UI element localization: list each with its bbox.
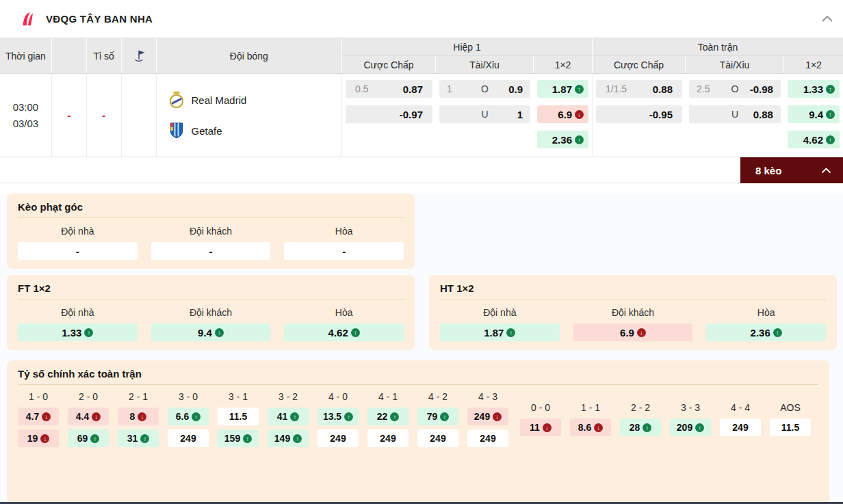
score-odds-cell[interactable]: 31↑ [118,429,159,447]
score-column: 0 - 0 11↓ [520,401,561,447]
ht-away-odds[interactable]: 6.9↓ [573,323,693,341]
trend-up-icon: ↑ [773,328,782,337]
group-header-first-half: Hiệp 1 Cược Chấp Tài/Xỉu 1×2 [342,38,593,73]
handicap-line: 0.5 [355,83,368,94]
ht-home-odds[interactable]: 1.87↑ [440,323,560,341]
real-madrid-logo [168,91,185,109]
score-odds-cell[interactable]: 249 [467,429,508,447]
odds-1x2-draw[interactable]: 4.62↑ [788,131,840,148]
score-odds-cell[interactable]: 249 [317,429,359,447]
ft-home-odds[interactable]: 1.33↑ [18,323,138,341]
score-odds-cell[interactable]: 8.6↓ [570,419,611,436]
trend-up-icon: ↑ [826,110,835,119]
score-label: 3 - 2 [268,390,309,403]
away-header: Đội khách [151,226,271,237]
odds-value: 6.6 [176,411,189,422]
score-label: 0 - 0 [520,401,561,414]
odds-value: - [342,246,346,257]
score-column: 2 - 1 8↓ 31↑ [118,390,159,447]
trend-up-icon: ↑ [90,434,99,443]
corner-flag-icon [122,38,157,73]
over-odds[interactable]: 2.5 O -0.98 [689,80,781,98]
trend-down-icon: ↓ [40,434,49,443]
odds-value: - [76,246,79,257]
under-odds[interactable]: U 0.88 [689,105,781,123]
home-header: Đội nhà [18,307,138,318]
handicap-odds[interactable]: -0.95 [596,105,682,123]
score-odds-cell[interactable]: 79↑ [417,408,458,425]
odds-value: 6.9 [558,109,572,120]
odds-value: 249 [180,433,196,444]
score-odds-cell[interactable]: 6.6↑ [168,408,209,425]
score-odds-cell[interactable]: 41↑ [268,408,309,425]
odds-1x2-home[interactable]: 1.87↑ [537,80,588,98]
corner-odds-panel: Kèo phạt góc Đội nhà - Đội khách - Hòa - [7,194,415,269]
score-odds-cell[interactable]: 249 [168,429,209,447]
group-header-full-match: Toàn trận Cược Chấp Tài/Xỉu 1×2 [593,38,843,73]
ht-draw-odds[interactable]: 2.36↑ [706,323,826,341]
corner-draw-odds[interactable]: - [284,242,404,260]
ht-1x2-panel: HT 1×2 Đội nhà 1.87↑ Đội khách 6.9↓ Hòa … [429,275,837,350]
score-odds-cell[interactable]: 11.5 [770,419,811,436]
handicap-odds[interactable]: 1/1.5 0.88 [596,80,682,98]
odds-1x2-home[interactable]: 1.33↑ [788,80,840,98]
score-odds-cell[interactable]: 28↑ [620,419,661,436]
home-header: Đội nhà [18,226,138,237]
corner-home-odds[interactable]: - [18,242,138,260]
corner-away-odds[interactable]: - [151,242,271,260]
trend-down-icon: ↓ [42,412,51,421]
score-odds-cell[interactable]: 11.5 [218,408,259,425]
score-odds-cell[interactable]: 249 [417,429,458,447]
score-column: 4 - 1 22↑ 249 [367,390,408,447]
under-odds[interactable]: U 1 [439,105,530,123]
ft-draw-odds[interactable]: 4.62↑ [284,323,404,341]
trend-up-icon: ↑ [506,328,515,337]
odds-1x2-draw[interactable]: 2.36↑ [537,131,588,148]
trend-up-icon: ↑ [192,412,200,421]
score-odds-cell[interactable]: 249 [367,429,408,447]
score-odds-cell[interactable]: 19↓ [18,429,59,447]
trend-down-icon: ↓ [637,328,646,337]
score-label: 1 - 0 [18,390,59,403]
score-odds-cell[interactable]: 209↑ [670,419,711,436]
over-odds[interactable]: 1 O 0.9 [439,80,530,98]
trend-down-icon: ↓ [92,412,101,421]
score-odds-cell[interactable]: 22↑ [367,408,408,425]
score-column: AOS 11.5 [770,401,811,447]
score-odds-cell[interactable]: 4.4↓ [68,408,109,425]
first-half-odds: 0.5 0.87 -0.97 1 O 0.9 U 1 [342,74,593,157]
handicap-odds[interactable]: 0.5 0.87 [346,80,432,98]
trend-up-icon: ↑ [140,434,149,443]
score-odds-cell[interactable]: 159↑ [218,429,259,447]
handicap-home-odds: 0.88 [653,83,673,95]
teams-cell: Real Madrid Getafe [157,74,342,157]
home-team-row[interactable]: Real Madrid [168,91,247,109]
score-odds-cell[interactable]: 249↓ [467,408,508,425]
score-odds-cell[interactable]: 69↑ [68,429,109,447]
score-column: 1 - 1 8.6↓ [570,401,611,447]
score-odds-cell[interactable]: 13.5↑ [317,408,359,425]
odds-value: 249 [480,433,495,444]
score-label: 2 - 1 [118,390,159,403]
odds-1x2-away[interactable]: 9.4↑ [788,105,840,123]
odds-value: 1.87 [484,327,504,339]
score-odds-cell[interactable]: 11↓ [520,419,561,436]
odds-value: 11.5 [229,411,247,422]
odds-value: 41 [277,411,288,422]
score-odds-cell[interactable]: 4.7↓ [18,408,59,425]
score-label: 2 - 2 [620,401,661,414]
trend-up-icon: ↑ [390,412,399,421]
score-odds-cell[interactable]: 249 [720,419,761,436]
odds-1x2-away[interactable]: 6.9↓ [537,105,588,123]
match-row: 03:00 03/03 - - Real Madrid [0,74,843,157]
odds-value: 79 [427,411,438,422]
markets-toggle-button[interactable]: 8 kèo [740,157,843,183]
handicap-odds[interactable]: -0.97 [346,105,432,123]
ft-away-odds[interactable]: 9.4↑ [151,323,271,341]
score-odds-cell[interactable]: 8↓ [118,408,159,425]
away-team-row[interactable]: Getafe [168,122,222,140]
col-header-score: Tỉ số [87,38,122,73]
score-label: 3 - 1 [218,390,259,403]
score-odds-cell[interactable]: 149↑ [268,429,309,447]
chevron-up-icon[interactable] [821,13,833,25]
